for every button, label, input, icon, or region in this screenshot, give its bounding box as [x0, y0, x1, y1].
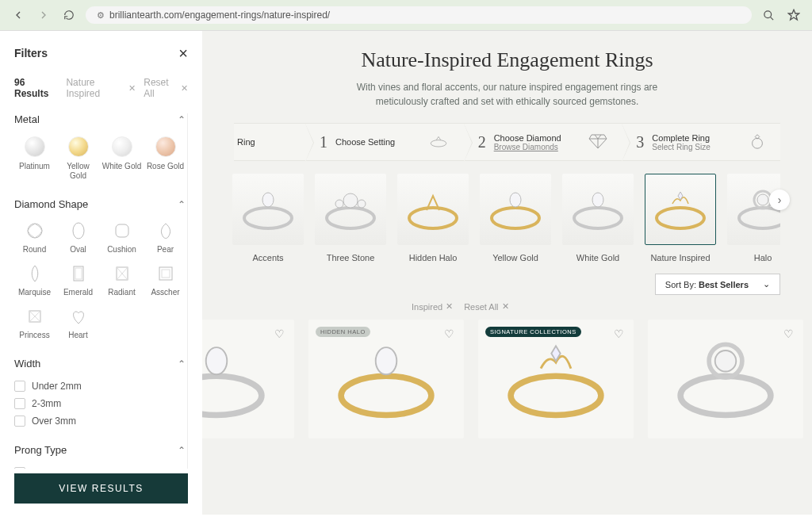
swatch-platinum — [25, 136, 45, 157]
product-card[interactable]: HIDDEN HALO♡ — [308, 320, 464, 438]
carousel-label: Three Stone — [327, 253, 375, 262]
svg-line-1 — [770, 17, 773, 20]
close-icon[interactable]: × — [178, 45, 188, 61]
product-card[interactable]: ♡ — [648, 320, 803, 438]
favorite-icon[interactable]: ♡ — [783, 327, 794, 340]
svg-point-38 — [715, 350, 737, 372]
metal-white-gold[interactable]: White Gold — [102, 136, 142, 181]
filters-panel: Filters × 96 Results Nature Inspired✕ Re… — [0, 31, 202, 515]
carousel-thumb — [397, 174, 469, 245]
carousel-item-white-gold[interactable]: White Gold — [560, 174, 636, 262]
chevron-down-icon: ⌄ — [763, 279, 770, 289]
carousel-item-accents[interactable]: Accents — [230, 174, 306, 262]
width-option[interactable]: Over 3mm — [14, 416, 186, 427]
product-grid: ♡HIDDEN HALO♡SIGNATURE COLLECTIONS♡♡ — [202, 320, 812, 438]
svg-point-36 — [680, 376, 771, 415]
section-prong[interactable]: Prong Type⌃ — [14, 444, 186, 456]
forward-button[interactable] — [35, 6, 52, 24]
section-metal[interactable]: Metal⌃ — [14, 113, 186, 125]
shape-pear[interactable]: Pear — [145, 221, 186, 255]
carousel-thumb — [645, 174, 716, 245]
svg-point-19 — [358, 200, 366, 208]
filters-title: Filters — [14, 47, 48, 59]
carousel-item-nature-inspired[interactable]: Nature Inspired — [642, 174, 718, 262]
shape-emerald[interactable]: Emerald — [58, 264, 98, 297]
shape-princess[interactable]: Princess — [14, 307, 55, 340]
back-button[interactable] — [10, 6, 27, 24]
svg-point-14 — [244, 208, 292, 228]
svg-point-18 — [335, 200, 343, 208]
oval-shape-icon — [69, 221, 88, 240]
width-option[interactable]: Under 2mm — [14, 381, 186, 392]
shape-radiant[interactable]: Radiant — [102, 264, 142, 297]
princess-shape-icon — [25, 307, 44, 326]
svg-point-25 — [657, 208, 704, 228]
sort-dropdown[interactable]: Sort By: Best Sellers ⌄ — [655, 274, 780, 295]
carousel-item-yellow-gold[interactable]: Yellow Gold — [477, 174, 553, 262]
svg-point-23 — [574, 208, 622, 228]
step-1[interactable]: 1 Choose Setting — [305, 124, 464, 160]
chevron-up-icon: ⌃ — [178, 114, 186, 125]
metal-yellow-gold[interactable]: Yellow Gold — [58, 136, 98, 181]
step-2[interactable]: 2 Choose DiamondBrowse Diamonds — [464, 124, 622, 160]
active-filter-chip[interactable]: Nature Inspired✕ — [66, 77, 136, 99]
product-card[interactable]: SIGNATURE COLLECTIONS♡ — [478, 320, 634, 438]
shape-round[interactable]: Round — [14, 221, 55, 255]
svg-point-32 — [206, 347, 228, 374]
swatch-rose-gold — [155, 136, 176, 157]
site-info-icon[interactable]: ⚙ — [97, 10, 105, 21]
favorite-icon[interactable]: ♡ — [274, 327, 285, 340]
section-width[interactable]: Width⌃ — [14, 358, 186, 370]
reset-filters-main[interactable]: Reset All ✕ — [464, 301, 508, 312]
reload-button[interactable] — [60, 6, 78, 24]
radiant-shape-icon — [113, 264, 132, 283]
step-3[interactable]: 3 Complete RingSelect Ring Size — [622, 124, 780, 160]
chevron-up-icon: ⌃ — [178, 445, 186, 456]
carousel-thumb — [315, 174, 386, 245]
carousel-item-hidden-halo[interactable]: Hidden Halo — [395, 174, 471, 262]
marquise-shape-icon — [25, 264, 44, 283]
shape-marquise[interactable]: Marquise — [14, 264, 55, 297]
product-badge: SIGNATURE COLLECTIONS — [485, 327, 581, 337]
shape-cushion[interactable]: Cushion — [102, 221, 142, 255]
carousel-thumb — [562, 174, 634, 245]
cushion-shape-icon — [113, 221, 132, 240]
browser-toolbar: ⚙ brilliantearth.com/engagement-rings/na… — [0, 0, 812, 31]
favorite-icon[interactable]: ♡ — [614, 327, 624, 340]
shape-heart[interactable]: Heart — [58, 307, 98, 340]
reset-filters[interactable]: Reset All✕ — [144, 77, 188, 99]
checkbox-icon — [14, 381, 25, 392]
product-card[interactable]: ♡ — [202, 320, 294, 438]
emerald-shape-icon — [69, 264, 88, 283]
favorite-icon[interactable]: ♡ — [444, 327, 454, 340]
width-option[interactable]: 2-3mm — [14, 398, 186, 409]
view-results-button[interactable]: VIEW RESULTS — [14, 473, 188, 504]
carousel-next-button[interactable]: › — [769, 190, 790, 210]
shape-oval[interactable]: Oval — [58, 221, 98, 255]
metal-rose-gold[interactable]: Rose Gold — [145, 136, 186, 181]
section-shape[interactable]: Diamond Shape⌃ — [14, 198, 186, 210]
metal-platinum[interactable]: Platinum — [14, 136, 55, 181]
prong-option[interactable]: 4 Prong — [14, 467, 186, 469]
shape-asscher[interactable]: Asscher — [145, 264, 186, 297]
svg-point-3 — [28, 224, 42, 238]
bookmark-icon[interactable] — [785, 6, 802, 24]
carousel-label: Halo — [754, 253, 772, 262]
swatch-white-gold — [112, 136, 132, 157]
main-content: Nature-Inspired Engagement Rings With vi… — [202, 31, 812, 515]
carousel-item-halo[interactable]: Halo — [725, 174, 780, 262]
carousel-thumb — [727, 174, 780, 245]
style-carousel[interactable]: AccentsThree StoneHidden HaloYellow Gold… — [230, 161, 780, 262]
carousel-item-three-stone[interactable]: Three Stone — [312, 174, 389, 262]
active-filter-chip-main[interactable]: Inspired ✕ — [412, 301, 453, 312]
svg-rect-5 — [116, 224, 128, 237]
svg-point-17 — [343, 193, 358, 208]
svg-rect-10 — [162, 270, 170, 278]
svg-point-28 — [757, 194, 768, 205]
zoom-icon[interactable] — [760, 6, 777, 24]
active-filters-bar: Inspired ✕ Reset All ✕ — [412, 301, 812, 320]
url-bar[interactable]: ⚙ brilliantearth.com/engagement-rings/na… — [86, 6, 752, 24]
carousel-thumb — [480, 174, 551, 245]
checkbox-icon — [14, 416, 25, 427]
complete-ring-icon — [749, 132, 766, 152]
